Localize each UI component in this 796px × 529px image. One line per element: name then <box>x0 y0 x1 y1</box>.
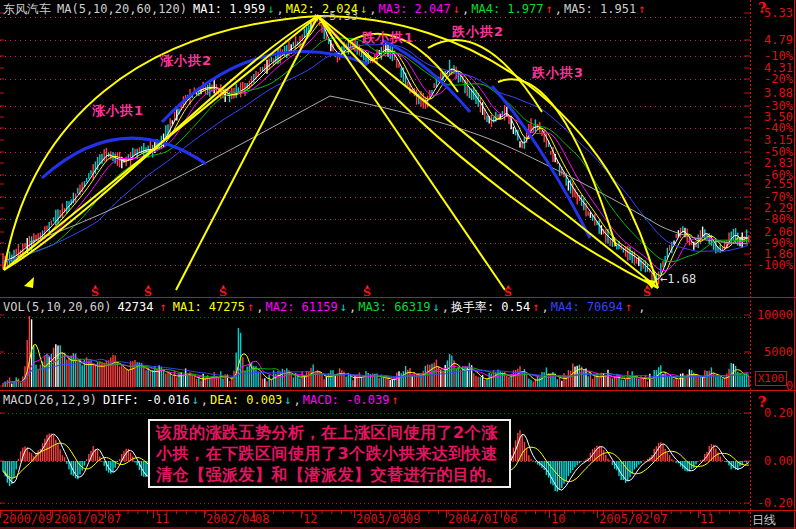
stock-chart-window: 东风汽车 MA(5,10,20,60,120) MA1: 1.959↓,MA2:… <box>0 0 796 529</box>
vol-ma-label: 换手率: 0.54 <box>451 300 530 314</box>
vol-indicator-label: VOL(5,10,20,60) <box>3 300 111 314</box>
sell-letter: S <box>641 288 653 298</box>
date-label: 12 <box>303 513 317 526</box>
note-line: 清仓【强派发】和【潜派发】交替进行的目的。 <box>156 464 503 485</box>
ma-label: MA1: 1.959 <box>193 2 265 16</box>
sell-signal-mark: ▲S <box>142 283 154 298</box>
separator: , <box>294 393 301 407</box>
vol-ma-trend-arrow: ↑ <box>247 300 254 314</box>
macd-label: MACD: -0.039 <box>303 393 390 407</box>
peak-price-label: ←5.33 <box>322 9 358 23</box>
macd-indicator-label: MACD(26,12,9) <box>3 393 97 407</box>
date-label: 2005/02 <box>599 513 650 526</box>
separator: , <box>369 2 376 16</box>
macd-values: DIFF: -0.016↓,DEA: 0.003↓,MACD: -0.039↑ <box>103 393 399 407</box>
vol-ma-label: MA4: 70694 <box>551 300 623 314</box>
date-label: 2004/01 <box>448 513 499 526</box>
sell-letter: S <box>89 288 101 298</box>
macd-indicator-bar: MACD(26,12,9) DIFF: -0.016↓,DEA: 0.003↓,… <box>3 393 399 407</box>
volume-scale-label: 10000 <box>751 309 793 321</box>
macd-trend-arrow: ↓ <box>192 393 199 407</box>
vol-ma-trend-arrow: ↓ <box>340 300 347 314</box>
vol-ma-label: MA1: 47275 <box>173 300 245 314</box>
date-label: 07 <box>653 513 667 526</box>
arch-annotation: 跌小拱1 <box>362 29 414 47</box>
vol-ma-trend-arrow: ↑ <box>532 300 539 314</box>
ma-indicator-label: MA(5,10,20,60,120) <box>57 2 187 16</box>
stock-name: 东风汽车 <box>3 2 51 16</box>
sell-signal-mark: ▲S <box>89 283 101 298</box>
volume-unit-label: X100 <box>758 372 785 385</box>
vol-ma-trend-arrow: ↓ <box>432 300 439 314</box>
macd-scale-label: 0.00 <box>751 455 793 467</box>
ma-label: MA5: 1.951 <box>564 2 636 16</box>
sell-signal-mark: ▲S <box>641 283 653 298</box>
ma-trend-arrow: ↓ <box>360 2 367 16</box>
sell-signal-mark: ▲S <box>502 283 514 298</box>
ma-values: MA1: 1.959↓,MA2: 2.024↓,MA3: 2.047↓,MA4:… <box>193 2 645 16</box>
separator: , <box>541 300 548 314</box>
ma-label: MA3: 2.047 <box>378 2 450 16</box>
sell-letter: S <box>502 288 514 298</box>
date-label: 2000/09 <box>2 513 53 526</box>
price-scale-label: -100% <box>751 259 793 271</box>
date-label: 09 <box>406 513 420 526</box>
sell-letter: S <box>142 288 154 298</box>
price-scale-label: -80% <box>751 213 793 225</box>
sell-signal-mark: ▲S <box>361 283 373 298</box>
vol-value-arrow: ↑ <box>160 300 167 314</box>
date-label: 08 <box>255 513 269 526</box>
ma-trend-arrow: ↑ <box>638 2 645 16</box>
macd-trend-arrow: ↑ <box>392 393 399 407</box>
help-icon[interactable]: ? <box>758 0 766 16</box>
separator: , <box>256 300 263 314</box>
help-icon[interactable]: ? <box>758 394 766 410</box>
date-label: 2003/05 <box>356 513 407 526</box>
volume-unit-box: X100 <box>755 371 787 386</box>
date-label: 2002/04 <box>206 513 257 526</box>
macd-scale-label: -0.20 <box>751 497 793 509</box>
ma-trend-arrow: ↑ <box>545 2 552 16</box>
low-price-label: ←1.68 <box>660 272 696 286</box>
sell-letter: S <box>217 288 229 298</box>
period-label[interactable]: 日线 <box>752 512 776 529</box>
date-label: 07 <box>107 513 121 526</box>
price-scale-label: 3.88 <box>751 87 793 99</box>
separator: , <box>462 2 469 16</box>
vol-ma-trend-arrow: ↑ <box>625 300 632 314</box>
note-line: 小拱，在下跌区间使用了3个跌小拱来达到快速 <box>156 443 503 464</box>
arch-annotation: 涨小拱1 <box>92 102 144 120</box>
volume-scale-label: 5000 <box>751 346 793 358</box>
separator: , <box>555 2 562 16</box>
ma-trend-arrow: ↓ <box>267 2 274 16</box>
vol-ma-label: MA3: 66319 <box>358 300 430 314</box>
vol-ma-values: MA1: 47275↑,MA2: 61159↓,MA3: 66319↓,换手率:… <box>173 300 632 314</box>
macd-trend-arrow: ↓ <box>284 393 291 407</box>
arch-annotation: 跌小拱3 <box>532 64 584 82</box>
vol-value: 42734 <box>117 300 153 314</box>
separator: , <box>201 393 208 407</box>
arch-annotation: 跌小拱2 <box>452 23 504 41</box>
arch-annotation: 涨小拱2 <box>160 52 212 70</box>
separator: , <box>349 300 356 314</box>
date-label: 11 <box>700 513 714 526</box>
vol-ma-label: MA2: 61159 <box>265 300 337 314</box>
volume-indicator-bar: VOL(5,10,20,60) 42734 ↑ MA1: 47275↑,MA2:… <box>3 300 645 314</box>
date-label: 2001/02 <box>54 513 105 526</box>
sell-signal-mark: ▲S <box>217 283 229 298</box>
macd-label: DIFF: -0.016 <box>103 393 190 407</box>
price-scale-label: 2.55 <box>751 178 793 190</box>
separator: , <box>442 300 449 314</box>
separator: , <box>638 300 645 314</box>
date-label: 10 <box>551 513 565 526</box>
separator: , <box>277 2 284 16</box>
ma-label: MA4: 1.977 <box>471 2 543 16</box>
sell-letter: S <box>361 288 373 298</box>
macd-label: DEA: 0.003 <box>210 393 282 407</box>
date-label: 11 <box>155 513 169 526</box>
date-label: 06 <box>503 513 517 526</box>
ma-trend-arrow: ↓ <box>453 2 460 16</box>
volume-zero-label: 0 <box>786 379 793 393</box>
note-line: 该股的涨跌五势分析，在上涨区间使用了2个涨 <box>156 422 503 443</box>
price-scale-label: -20% <box>751 73 793 85</box>
